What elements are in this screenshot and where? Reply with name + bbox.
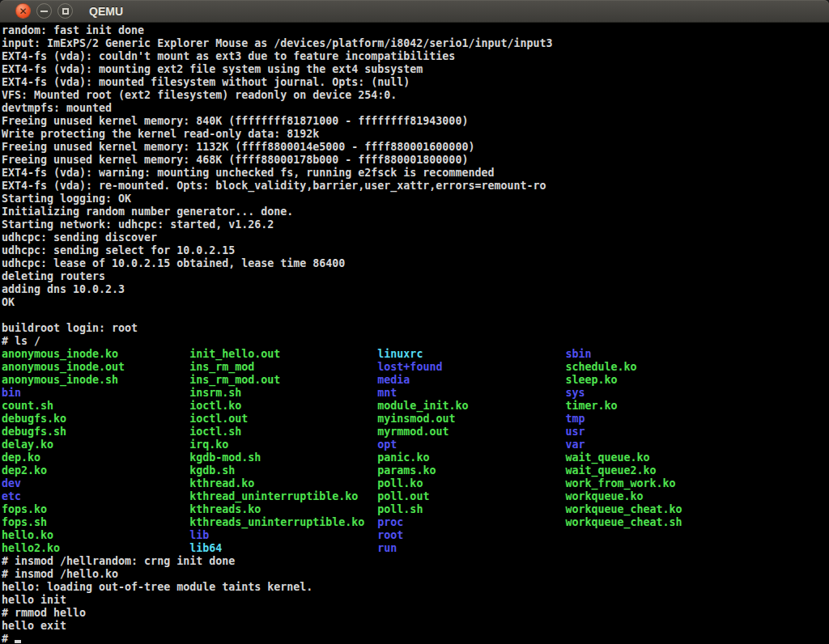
terminal-screen[interactable]: random: fast init doneinput: ImExPS/2 Ge… (0, 23, 829, 644)
window-titlebar[interactable]: ✕ QEMU (0, 0, 829, 23)
ls-entry: bin (2, 387, 21, 399)
close-button[interactable]: ✕ (15, 3, 31, 19)
console-line: EXT4-fs (vda): couldn't mount as ext3 du… (2, 50, 829, 63)
console-line: Initializing random number generator... … (2, 205, 829, 218)
console-text: input: ImExPS/2 Generic Explorer Mouse a… (2, 37, 552, 49)
console-line: delay.ko irq.ko opt var (2, 439, 829, 451)
console-text (241, 400, 377, 412)
console-text: random: fast init done (2, 24, 144, 36)
ls-entry: wait_queue.ko (566, 451, 650, 464)
console-text (222, 542, 377, 554)
ls-entry: poll.out (377, 490, 429, 502)
console-text (209, 529, 377, 541)
console-text (21, 490, 189, 502)
ls-entry: wait_queue2.ko (566, 464, 657, 477)
console-line: EXT4-fs (vda): re-mounted. Opts: block_v… (2, 180, 829, 193)
console-line: hello.ko lib root (2, 529, 829, 542)
console-text: hello exit (2, 620, 66, 632)
console-text: VFS: Mounted root (ext2 filesystem) read… (2, 89, 397, 101)
console-text (436, 464, 565, 477)
console-text (66, 413, 189, 425)
ls-entry: workqueue.ko (566, 490, 644, 502)
console-text (21, 387, 189, 399)
console-line: EXT4-fs (vda): mounting ext2 file system… (2, 63, 829, 76)
ls-entry: count.sh (2, 400, 53, 412)
console-text (429, 451, 565, 464)
ls-entry: panic.ko (377, 451, 429, 464)
console-line: debugfs.ko ioctl.out myinsmod.out tmp (2, 413, 829, 426)
ls-entry: kgdb.sh (189, 464, 235, 477)
ls-entry: myinsmod.out (377, 413, 455, 425)
console-text (118, 348, 189, 360)
console-text (254, 361, 377, 373)
ls-entry: tmp (566, 413, 585, 425)
ls-entry: insrm.sh (189, 387, 241, 399)
close-icon: ✕ (19, 6, 27, 15)
console-text: buildroot login: root (2, 322, 138, 334)
console-line: dep.ko kgdb-mod.sh panic.ko wait_queue.k… (2, 451, 829, 464)
console-text: Freeing unused kernel memory: 468K (ffff… (2, 154, 468, 166)
ls-entry: poll.sh (377, 503, 423, 515)
console-text: devtmpfs: mounted (2, 102, 112, 114)
console-line: hello: loading out-of-tree module taints… (2, 581, 829, 594)
ls-entry: usr (566, 426, 585, 438)
ls-entry: dep.ko (2, 451, 40, 464)
console-text (254, 477, 377, 489)
console-line: Write protecting the kernel read-only da… (2, 128, 829, 141)
ls-entry: anonymous_inode.sh (2, 374, 118, 386)
console-text (261, 503, 377, 515)
ls-entry: fops.sh (2, 516, 47, 528)
ls-entry: workqueue_cheat.ko (566, 503, 682, 515)
console-text: udhcpc: lease of 10.0.2.15 obtained, lea… (2, 257, 345, 269)
console-line: count.sh ioctl.ko module_init.ko timer.k… (2, 400, 829, 413)
console-line: random: fast init done (2, 24, 829, 37)
ls-entry: dev (2, 477, 21, 489)
console-text (118, 374, 189, 386)
console-text: # ls / (2, 335, 40, 347)
ls-entry: irq.ko (189, 439, 228, 451)
ls-entry: timer.ko (566, 400, 618, 412)
console-text (47, 516, 189, 528)
console-text (248, 413, 377, 425)
console-text (235, 464, 377, 477)
ls-entry: kthreads_uninterruptible.ko (189, 516, 364, 528)
console-line: Freeing unused kernel memory: 840K (ffff… (2, 115, 829, 128)
console-text (53, 529, 189, 541)
ls-entry: delay.ko (2, 439, 53, 451)
text-cursor (15, 640, 21, 643)
ls-entry: kthread.ko (189, 477, 254, 489)
ls-entry: fops.ko (2, 503, 47, 515)
console-text (423, 503, 565, 515)
console-text (423, 477, 565, 489)
console-text: hello: loading out-of-tree module taints… (2, 581, 312, 593)
console-line: buildroot login: root (2, 322, 829, 335)
console-text (47, 464, 189, 477)
console-text: Freeing unused kernel memory: 840K (ffff… (2, 115, 468, 127)
maximize-button[interactable] (57, 3, 73, 19)
console-text: Initializing random number generator... … (2, 205, 293, 218)
console-line: # rmmod hello (2, 607, 829, 620)
console-text: OK (2, 296, 15, 308)
console-text: Write protecting the kernel read-only da… (2, 128, 319, 140)
console-line: udhcpc: sending select for 10.0.2.15 (2, 244, 829, 257)
ls-entry: schedule.ko (566, 361, 637, 373)
console-text (364, 516, 377, 528)
console-text (429, 490, 565, 502)
console-text (403, 516, 565, 528)
ls-entry: opt (377, 439, 397, 451)
ls-entry: run (377, 542, 397, 554)
minimize-button[interactable] (36, 3, 52, 19)
console-line: OK (2, 296, 829, 309)
ls-entry: var (566, 439, 585, 451)
console-text (228, 439, 377, 451)
ls-entry: params.ko (377, 464, 436, 477)
ls-entry: dep2.ko (2, 464, 47, 477)
console-line: deleting routers (2, 270, 829, 283)
ls-entry: media (377, 374, 410, 386)
console-text (455, 413, 565, 425)
console-text (47, 503, 189, 515)
console-text (280, 348, 377, 360)
console-line: udhcpc: sending discover (2, 231, 829, 244)
console-text (442, 361, 565, 373)
console-text (358, 490, 377, 502)
